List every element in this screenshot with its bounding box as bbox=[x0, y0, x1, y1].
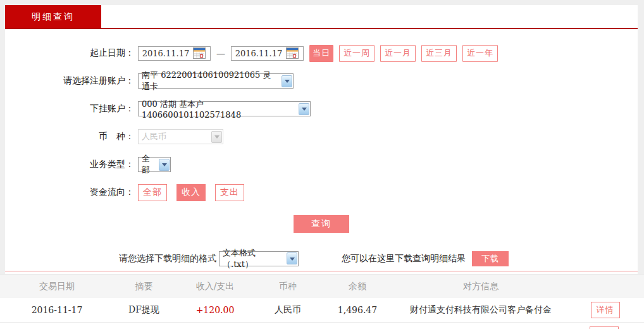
header-counterparty: 对方信息 bbox=[395, 281, 566, 292]
fund-flow-label: 资金流向： bbox=[5, 187, 138, 198]
cell-date: 2016-11-17 bbox=[0, 305, 114, 315]
range-today-button[interactable]: 当日 bbox=[309, 45, 333, 62]
register-account-value: 南平 6222001406100921065 灵通卡 bbox=[142, 70, 278, 92]
section-divider bbox=[5, 271, 638, 271]
sub-account-label: 下挂账户： bbox=[5, 103, 138, 115]
register-account-select[interactable]: 南平 6222001406100921065 灵通卡 bbox=[138, 73, 294, 89]
currency-row: 币 种： 人民币 bbox=[5, 128, 638, 146]
date-range-label: 起止日期： bbox=[5, 47, 138, 59]
start-date-field[interactable] bbox=[138, 46, 211, 61]
chevron-down-icon[interactable] bbox=[159, 159, 170, 171]
detail-button[interactable] bbox=[590, 326, 619, 329]
cell-summary: DF提现 bbox=[114, 304, 174, 316]
download-hint: 您可以在这里下载查询明细结果 bbox=[342, 253, 466, 264]
download-button[interactable]: 下载 bbox=[472, 251, 509, 266]
chevron-down-icon[interactable] bbox=[282, 75, 292, 87]
detail-query-page: 明细查询 起止日期： — bbox=[0, 0, 644, 329]
fund-flow-income-button[interactable]: 收入 bbox=[176, 184, 206, 201]
header-amount: 收入/支出 bbox=[174, 281, 256, 292]
register-account-label: 请选择注册账户： bbox=[5, 75, 138, 87]
cell-currency: 人民币 bbox=[256, 304, 319, 316]
tab-detail-query[interactable]: 明细查询 bbox=[5, 5, 101, 28]
cell-counterparty: 财付通支付科技有限公司客户备付金 bbox=[395, 304, 566, 316]
date-range-row: 起止日期： — bbox=[5, 44, 638, 62]
fund-flow-expense-button[interactable]: 支出 bbox=[215, 184, 244, 201]
business-type-value: 全部 bbox=[142, 153, 155, 176]
range-3-months-button[interactable]: 近三月 bbox=[421, 45, 457, 62]
end-date-input[interactable] bbox=[232, 47, 286, 59]
cell-amount: +120.00 bbox=[174, 305, 256, 315]
date-separator: — bbox=[216, 48, 225, 58]
range-last-year-button[interactable]: 近一年 bbox=[462, 45, 498, 62]
start-date-input[interactable] bbox=[139, 47, 193, 59]
header-summary: 摘要 bbox=[114, 281, 174, 292]
table-row: 2016-11-17 DF提现 +120.00 人民币 1,496.47 财付通… bbox=[0, 298, 644, 323]
end-date-field[interactable] bbox=[231, 46, 304, 61]
results-table: 交易日期 摘要 收入/支出 币种 余额 对方信息 2016-11-17 DF提现… bbox=[0, 274, 644, 329]
download-format-value: 文本格式（.txt） bbox=[223, 247, 283, 270]
chevron-down-icon bbox=[211, 131, 222, 143]
chevron-down-icon[interactable] bbox=[287, 252, 297, 264]
query-form-panel: 起止日期： — bbox=[5, 29, 638, 274]
business-type-row: 业务类型： 全部 bbox=[5, 156, 638, 173]
query-button-row: 查询 bbox=[5, 215, 638, 233]
table-header-row: 交易日期 摘要 收入/支出 币种 余额 对方信息 bbox=[0, 274, 644, 298]
header-date: 交易日期 bbox=[0, 281, 114, 292]
detail-button[interactable]: 详情 bbox=[591, 302, 620, 318]
range-last-week-button[interactable]: 近一周 bbox=[339, 45, 375, 62]
query-button[interactable]: 查询 bbox=[294, 215, 349, 233]
calendar-icon[interactable] bbox=[286, 47, 299, 59]
header-balance: 余额 bbox=[319, 281, 395, 292]
sub-account-value: 000 活期 基本户 1406600101102571848 bbox=[142, 99, 295, 120]
currency-value: 人民币 bbox=[142, 131, 166, 142]
cell-action: 详情 bbox=[566, 302, 644, 318]
business-type-select[interactable]: 全部 bbox=[138, 157, 171, 172]
sub-account-row: 下挂账户： 000 活期 基本户 1406600101102571848 bbox=[5, 100, 638, 118]
download-format-label: 请您选择下载明细的格式 bbox=[119, 253, 216, 264]
range-last-month-button[interactable]: 近一月 bbox=[380, 45, 416, 62]
tab-bar: 明细查询 bbox=[5, 5, 638, 28]
business-type-label: 业务类型： bbox=[5, 159, 138, 170]
download-format-select[interactable]: 文本格式（.txt） bbox=[219, 251, 299, 266]
register-account-row: 请选择注册账户： 南平 6222001406100921065 灵通卡 bbox=[5, 72, 638, 90]
calendar-icon[interactable] bbox=[193, 47, 206, 59]
fund-flow-row: 资金流向： 全部 收入 支出 bbox=[5, 183, 638, 201]
cell-balance: 1,496.47 bbox=[319, 305, 395, 315]
header-currency: 币种 bbox=[256, 281, 319, 292]
download-row: 请您选择下载明细的格式 文本格式（.txt） 您可以在这里下载查询明细结果 下载 bbox=[5, 251, 638, 266]
fund-flow-all-button[interactable]: 全部 bbox=[138, 184, 167, 201]
chevron-down-icon[interactable] bbox=[299, 103, 309, 115]
table-row-partial bbox=[0, 323, 644, 329]
currency-label: 币 种： bbox=[5, 131, 138, 142]
sub-account-select[interactable]: 000 活期 基本户 1406600101102571848 bbox=[138, 101, 311, 116]
currency-select: 人民币 bbox=[138, 129, 223, 144]
